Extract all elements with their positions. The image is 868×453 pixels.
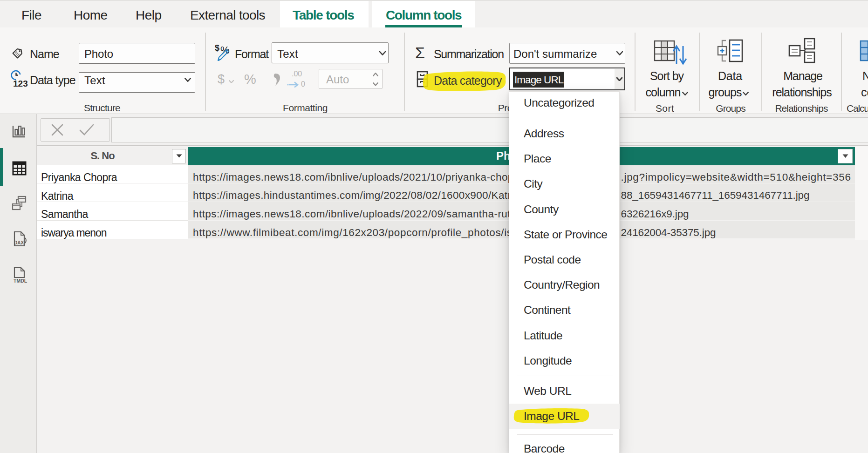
svg-text:$: $: [215, 43, 219, 53]
svg-text:0: 0: [301, 80, 305, 88]
svg-text:.00: .00: [292, 70, 302, 78]
svg-text:123: 123: [13, 79, 28, 88]
svg-text:TMDL: TMDL: [14, 278, 27, 284]
svg-text:DAX: DAX: [14, 240, 24, 245]
